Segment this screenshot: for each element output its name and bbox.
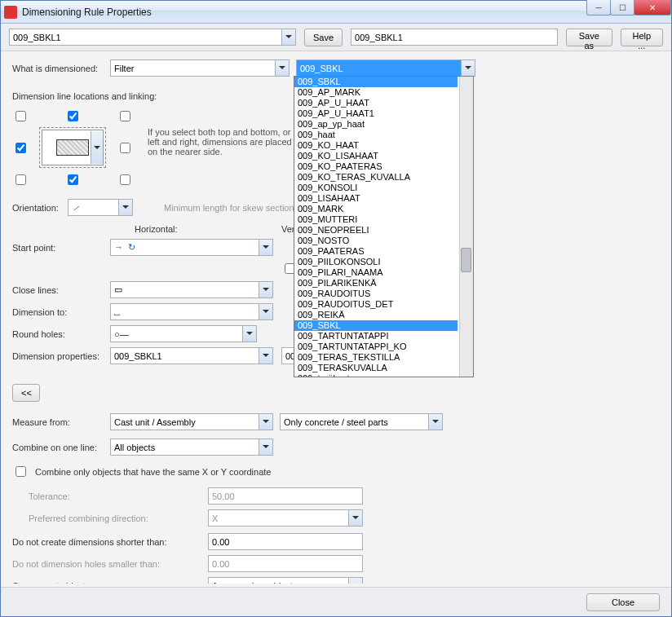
- dropdown-item[interactable]: 009_SBKL: [294, 77, 458, 87]
- chevron-down-icon[interactable]: [242, 326, 256, 342]
- dimension-properties-h-dropdown[interactable]: [110, 347, 273, 364]
- dropdown-item[interactable]: 009_KONSOLI: [294, 183, 458, 193]
- dropdown-item[interactable]: 009_NOSTO: [294, 236, 458, 246]
- save-button[interactable]: Save: [304, 29, 343, 46]
- measure-from-value[interactable]: [110, 413, 273, 430]
- chevron-down-icon[interactable]: [259, 304, 272, 320]
- chevron-down-icon[interactable]: [91, 131, 103, 164]
- link-top-left-checkbox[interactable]: [15, 111, 26, 121]
- start-point-h-dropdown[interactable]: [110, 239, 273, 256]
- save-as-button[interactable]: Save as: [566, 29, 612, 46]
- dropdown-item[interactable]: 009_haat: [294, 130, 458, 140]
- scrollbar-thumb[interactable]: [461, 248, 471, 272]
- dropdown-item[interactable]: 009_TERASKUVALLA: [294, 363, 458, 373]
- maximize-button[interactable]: ☐: [610, 0, 634, 15]
- dropdown-item[interactable]: 009_KO_PAATERAS: [294, 161, 458, 172]
- measure-parts-dropdown[interactable]: [280, 413, 443, 430]
- chevron-down-icon[interactable]: [461, 60, 475, 76]
- dropdown-item[interactable]: 009_PILARIKENKÄ: [294, 278, 458, 289]
- round-holes-value[interactable]: [110, 325, 257, 342]
- round-holes-label: Round holes:: [12, 329, 110, 339]
- dimension-properties-h-value[interactable]: [110, 347, 273, 364]
- close-button[interactable]: Close: [586, 593, 660, 611]
- help-button[interactable]: Help ...: [621, 29, 663, 46]
- link-right-checkbox[interactable]: [120, 143, 130, 153]
- min-dimension-field[interactable]: [208, 533, 363, 550]
- dimension-to-h-value[interactable]: [110, 303, 273, 320]
- dropdown-item[interactable]: 009_ap_yp_haat: [294, 119, 458, 130]
- chevron-down-icon[interactable]: [275, 60, 289, 76]
- link-left-checkbox[interactable]: [15, 143, 26, 153]
- filter-dropdown-value[interactable]: [110, 59, 290, 77]
- combine-line-value[interactable]: [110, 439, 273, 456]
- close-lines-h-dropdown[interactable]: [110, 281, 273, 298]
- dropdown-item[interactable]: 009_AP_MARK: [294, 87, 458, 98]
- tolerance-field: [208, 487, 363, 505]
- filter-dropdown[interactable]: [110, 59, 290, 77]
- name-field[interactable]: [351, 29, 558, 46]
- rule-filter-dropdown[interactable]: [296, 59, 475, 77]
- dropdown-item[interactable]: 009_SBKL: [294, 320, 458, 331]
- min-hole-label: Do not dimension holes smaller than:: [12, 559, 208, 569]
- preset-dropdown[interactable]: [9, 29, 296, 46]
- chevron-down-icon[interactable]: [348, 578, 362, 584]
- chevron-down-icon[interactable]: [259, 414, 272, 430]
- close-window-button[interactable]: ✕: [634, 0, 671, 15]
- combine-same-xy-checkbox[interactable]: [15, 466, 26, 477]
- orientation-dropdown[interactable]: [68, 199, 133, 216]
- chevron-down-icon[interactable]: [259, 282, 272, 297]
- dropdown-item[interactable]: 009_TARTUNTATAPPI_KO: [294, 342, 458, 352]
- position-preview-box[interactable]: [42, 130, 104, 165]
- link-top-right-checkbox[interactable]: [120, 111, 130, 121]
- dropdown-item[interactable]: 009_RAUDOITUS_DET: [294, 299, 458, 310]
- link-bottom-left-checkbox[interactable]: [15, 174, 26, 185]
- dropdown-item[interactable]: 009_KO_TERAS_KUVALLA: [294, 172, 458, 183]
- rule-filter-dropdown-list[interactable]: 009_SBKL009_AP_MARK009_AP_U_HAAT009_AP_U…: [294, 76, 474, 377]
- combine-same-xy-label: Combine only objects that have the same …: [35, 467, 271, 477]
- chevron-down-icon[interactable]: [259, 240, 272, 255]
- dropdown-item[interactable]: 009_teräkset: [294, 373, 458, 377]
- part-icon: [56, 139, 89, 156]
- preferred-direction-label: Preferred combining direction:: [29, 513, 208, 523]
- measure-parts-value[interactable]: [280, 413, 443, 430]
- round-holes-dropdown[interactable]: [110, 325, 257, 342]
- dimension-to-label: Dimension to:: [12, 307, 110, 317]
- dropdown-item[interactable]: 009_PILARI_NAAMA: [294, 267, 458, 278]
- component-objects-dropdown[interactable]: [208, 577, 363, 584]
- component-objects-value[interactable]: [208, 577, 363, 584]
- dropdown-item[interactable]: 009_AP_U_HAAT1: [294, 108, 458, 119]
- rule-filter-value[interactable]: [296, 59, 475, 77]
- chevron-down-icon[interactable]: [259, 439, 272, 455]
- collapse-button[interactable]: <<: [12, 384, 40, 402]
- combine-line-dropdown[interactable]: [110, 439, 273, 456]
- close-lines-h-value[interactable]: [110, 281, 273, 298]
- dropdown-item[interactable]: 009_LISAHAAT: [294, 193, 458, 204]
- dropdown-item[interactable]: 009_TARTUNTATAPPI: [294, 331, 458, 342]
- measure-from-dropdown[interactable]: [110, 413, 273, 430]
- dropdown-item[interactable]: 009_MARK: [294, 204, 458, 214]
- link-top-checkbox[interactable]: [68, 111, 78, 121]
- chevron-down-icon[interactable]: [428, 414, 442, 430]
- start-point-h-value[interactable]: [110, 239, 273, 256]
- combine-line-label: Combine on one line:: [12, 443, 104, 452]
- dropdown-item[interactable]: 009_PIILOKONSOLI: [294, 257, 458, 267]
- link-bottom-checkbox[interactable]: [68, 174, 78, 185]
- chevron-down-icon[interactable]: [118, 200, 132, 215]
- dropdown-item[interactable]: 009_MUTTERI: [294, 214, 458, 225]
- dimension-to-h-dropdown[interactable]: [110, 303, 273, 320]
- dropdown-item[interactable]: 009_TERAS_TEKSTILLA: [294, 352, 458, 363]
- minimize-button[interactable]: ─: [586, 0, 611, 15]
- dropdown-item[interactable]: 009_PAATERAS: [294, 246, 458, 257]
- preset-dropdown-value[interactable]: [9, 29, 296, 46]
- dropdown-item[interactable]: 009_KO_HAAT: [294, 140, 458, 151]
- link-bottom-right-checkbox[interactable]: [120, 174, 130, 185]
- dropdown-item[interactable]: 009_RAUDOITUS: [294, 289, 458, 299]
- dropdown-item[interactable]: 009_REIKÄ: [294, 310, 458, 320]
- chevron-down-icon[interactable]: [259, 348, 272, 364]
- dropdown-scrollbar[interactable]: [459, 77, 473, 377]
- dropdown-item[interactable]: 009_NEOPREELI: [294, 225, 458, 236]
- chevron-down-icon[interactable]: [281, 29, 295, 45]
- dropdown-item[interactable]: 009_AP_U_HAAT: [294, 98, 458, 108]
- min-hole-field: [208, 555, 363, 572]
- dropdown-item[interactable]: 009_KO_LISAHAAT: [294, 151, 458, 161]
